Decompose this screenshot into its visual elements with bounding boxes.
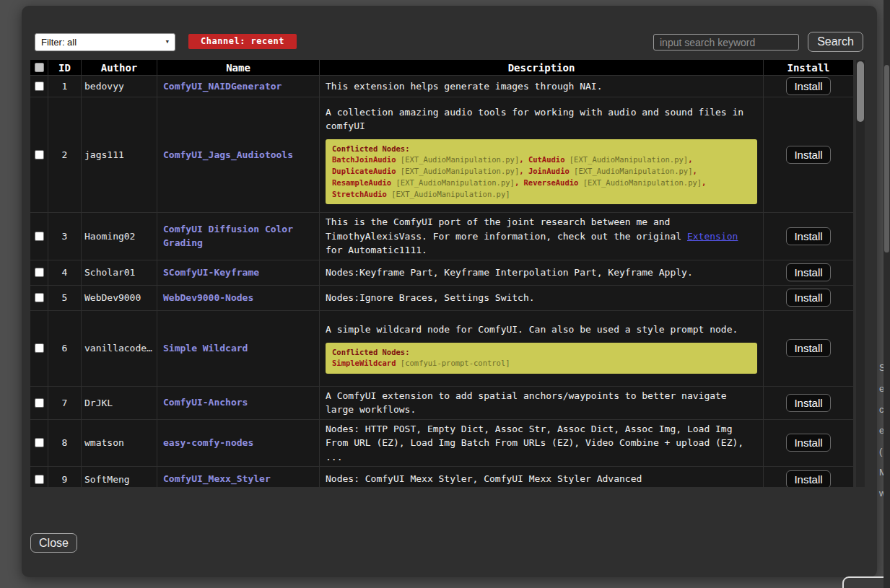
extension-name-link[interactable]: ComfyUI-Anchors: [163, 395, 248, 410]
search-button[interactable]: Search: [808, 32, 863, 52]
custom-nodes-dialog: Filter: all ▾ Channel: recent Search ID …: [22, 6, 877, 577]
row-id: 2: [48, 97, 82, 212]
check-cell: [30, 260, 48, 285]
table-row: 2 jags111 ComfyUI_Jags_Audiotools A coll…: [30, 97, 854, 213]
install-button[interactable]: Install: [786, 77, 831, 95]
search-input[interactable]: [653, 34, 799, 51]
row-description: A collection amazing audio tools for wor…: [326, 105, 757, 133]
row-id: 8: [48, 420, 82, 467]
conflict-node-name: SimpleWildcard: [332, 359, 396, 367]
row-description: This is the ComfyUI port of the joint re…: [326, 215, 757, 258]
row-description: A simple wildcard node for ComfyUI. Can …: [326, 322, 757, 337]
conflict-node-source: [EXT_AudioManipulation.py]: [583, 178, 702, 187]
conflict-separator: ,: [519, 155, 528, 164]
conflict-separator: ,: [688, 155, 692, 164]
background-ui-fragment: (: [879, 446, 882, 457]
row-checkbox[interactable]: [35, 268, 44, 277]
close-button[interactable]: Close: [30, 533, 77, 553]
extension-name-link[interactable]: SComfyUI-Keyframe: [163, 266, 259, 280]
header-id: ID: [48, 60, 82, 75]
conflict-node-name: ResampleAudio: [332, 178, 391, 187]
check-cell: [30, 311, 48, 386]
conflict-title: Conflicted Nodes:: [332, 144, 751, 155]
filter-select[interactable]: Filter: all: [35, 33, 175, 51]
conflict-node-source: [EXT_AudioManipulation.py]: [401, 167, 519, 175]
header-name: Name: [157, 60, 320, 75]
table-scrollbar-thumb[interactable]: [857, 61, 864, 122]
header-check-cell: [30, 60, 48, 75]
install-button[interactable]: Install: [786, 339, 831, 357]
row-author: bedovyy: [82, 76, 157, 97]
row-checkbox[interactable]: [35, 475, 44, 484]
row-checkbox[interactable]: [35, 150, 44, 159]
toolbar: Filter: all ▾ Channel: recent Search: [35, 32, 865, 53]
row-id: 3: [48, 213, 82, 260]
page-scrollbar[interactable]: [884, 0, 890, 588]
install-button[interactable]: Install: [786, 394, 831, 412]
conflict-node-name: StretchAudio: [332, 190, 387, 198]
install-button[interactable]: Install: [786, 227, 831, 245]
install-button[interactable]: Install: [786, 263, 831, 281]
description-text: This is the ComfyUI port of the joint re…: [326, 216, 687, 242]
conflict-node-source: [EXT_AudioManipulation.py]: [391, 190, 510, 198]
conflict-node-name: ReverseAudio: [524, 178, 579, 187]
conflict-node-name: BatchJoinAudio: [332, 155, 396, 164]
row-author: SoftMeng: [82, 467, 157, 487]
conflict-node-source: [comfyui-prompt-control]: [401, 359, 510, 367]
row-checkbox[interactable]: [35, 82, 44, 91]
extension-name-link[interactable]: ComfyUI_NAIDGenerator: [163, 79, 282, 94]
header-author: Author: [82, 60, 157, 75]
conflict-node-name: CutAudio: [528, 155, 565, 164]
install-button[interactable]: Install: [786, 289, 831, 307]
install-button[interactable]: Install: [786, 434, 831, 452]
conflict-separator: ,: [519, 167, 528, 175]
extension-name-link[interactable]: ComfyUI_Mexx_Styler: [163, 472, 271, 486]
row-id: 6: [48, 311, 82, 386]
description-text: for Automatic1111.: [326, 245, 427, 255]
extension-name-link[interactable]: easy-comfy-nodes: [163, 436, 253, 450]
check-cell: [30, 420, 48, 467]
row-author: wmatson: [82, 420, 157, 467]
table-scrollbar[interactable]: [856, 60, 865, 487]
row-description: Nodes: HTTP POST, Empty Dict, Assoc Str,…: [326, 422, 757, 465]
table-header-row: ID Author Name Description Install: [30, 60, 854, 76]
row-author: DrJKL: [82, 387, 157, 419]
extension-name-link[interactable]: ComfyUI_Jags_Audiotools: [163, 148, 293, 162]
custom-nodes-table: ID Author Name Description Install 1 bed…: [30, 60, 865, 487]
row-checkbox[interactable]: [35, 398, 44, 408]
extension-name-link[interactable]: ComfyUI Diffusion Color Grading: [163, 222, 313, 250]
row-id: 7: [48, 387, 82, 419]
conflict-node-name: DuplicateAudio: [332, 167, 396, 175]
check-cell: [30, 467, 48, 487]
check-cell: [30, 286, 48, 310]
table-row: 3 Haoming02 ComfyUI Diffusion Color Grad…: [30, 213, 854, 260]
conflict-separator: ,: [702, 178, 706, 187]
table-row: 8 wmatson easy-comfy-nodes Nodes: HTTP P…: [30, 420, 854, 468]
conflict-title: Conflicted Nodes:: [332, 347, 751, 359]
table-row: 9 SoftMeng ComfyUI_Mexx_Styler Nodes: Co…: [30, 467, 854, 487]
row-author: jags111: [82, 97, 157, 212]
header-description: Description: [320, 60, 764, 75]
page-scrollbar-thumb[interactable]: [884, 65, 889, 253]
row-checkbox[interactable]: [35, 438, 44, 447]
select-all-checkbox[interactable]: [35, 63, 44, 72]
row-checkbox[interactable]: [35, 343, 44, 353]
extension-name-link[interactable]: Simple Wildcard: [163, 341, 248, 356]
row-author: WebDev9000: [82, 286, 157, 310]
row-checkbox[interactable]: [35, 293, 44, 302]
extension-link[interactable]: Extension: [687, 231, 738, 242]
conflicted-nodes-box: Conflicted Nodes: SimpleWildcard [comfyu…: [326, 343, 757, 374]
row-id: 9: [48, 467, 82, 487]
header-install: Install: [764, 60, 854, 75]
install-button[interactable]: Install: [786, 470, 831, 488]
row-description: This extension helps generate images thr…: [326, 79, 757, 94]
conflict-node-source: [EXT_AudioManipulation.py]: [574, 167, 692, 175]
row-checkbox[interactable]: [35, 232, 44, 241]
table-row: 7 DrJKL ComfyUI-Anchors A ComfyUI extens…: [30, 387, 854, 420]
row-author: Scholar01: [82, 260, 157, 285]
row-id: 4: [48, 260, 82, 285]
conflicted-nodes-box: Conflicted Nodes: BatchJoinAudio [EXT_Au…: [326, 139, 757, 205]
install-button[interactable]: Install: [786, 146, 831, 164]
check-cell: [30, 213, 48, 260]
extension-name-link[interactable]: WebDev9000-Nodes: [163, 291, 253, 305]
